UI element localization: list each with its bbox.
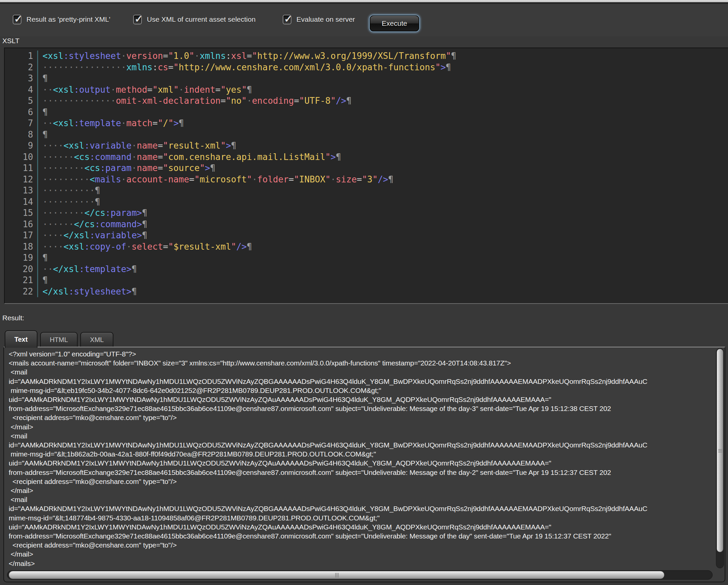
line-number: 2 <box>5 62 38 73</box>
code-line: 5··············omit-xml-declaration="no"… <box>5 95 728 107</box>
code-line: 1<xsl:stylesheet·version="1.0"·xmlns:xsl… <box>5 51 728 62</box>
code-line-content: ··</xsl:template>¶ <box>43 264 137 274</box>
checkmark-icon: ✓ <box>284 13 292 25</box>
code-line-content: ··<xsl:template·match="/">¶ <box>43 118 184 128</box>
code-line-content: ¶ <box>43 253 48 263</box>
code-line: 3¶ <box>5 73 728 84</box>
code-line-content: ······<cs:command·name="com.censhare.api… <box>43 152 341 162</box>
code-line-content: ··············omit-xml-declaration="no"·… <box>43 96 352 106</box>
line-number: 8 <box>5 129 38 141</box>
code-line-content: ········<cs:param·name="source">¶ <box>43 163 215 173</box>
line-number: 1 <box>5 51 38 62</box>
code-line: 8¶ <box>5 129 728 141</box>
code-line: 4··<xsl:output·method="xml"·indent="yes"… <box>5 84 728 96</box>
code-line-content: ¶ <box>43 107 48 117</box>
checkbox-group: ✓Use XML of current asset selection <box>133 14 256 25</box>
code-line-content: ················xmlns:cs="http://www.cen… <box>43 62 451 72</box>
code-line-content: ····<xsl:copy-of·select="$result-xml"/>¶ <box>43 241 252 252</box>
result-output-panel[interactable]: <?xml version="1.0" encoding="UTF-8"?> <… <box>3 347 725 582</box>
code-line: 12·········<mails·account-name="microsof… <box>5 174 728 185</box>
execute-button[interactable]: Execute <box>370 16 419 31</box>
scrollbar-grip-icon <box>718 451 722 451</box>
checkbox-label: Evaluate on server <box>296 16 355 23</box>
result-tabs: TextHTMLXML <box>5 330 116 348</box>
code-line-content: ······</cs:command>¶ <box>43 219 147 229</box>
line-number: 17 <box>5 230 38 241</box>
line-number: 18 <box>5 241 38 253</box>
checkmark-icon: ✓ <box>14 13 22 25</box>
toolbar: ✓Result as 'pretty-print XML'✓Use XML of… <box>0 4 728 36</box>
code-line-content: ¶ <box>43 275 48 285</box>
code-line-content: ¶ <box>43 129 48 139</box>
tab-text[interactable]: Text <box>5 330 37 348</box>
checkbox-group: ✓Evaluate on server <box>283 14 355 25</box>
checkbox-group: ✓Result as 'pretty-print XML' <box>13 14 110 25</box>
code-line: 6¶ <box>5 107 728 118</box>
result-label: Result: <box>2 314 24 322</box>
line-number: 15 <box>5 207 38 219</box>
xslt-editor-label: XSLT <box>2 37 19 45</box>
result-output-text: <?xml version="1.0" encoding="UTF-8"?> <… <box>9 349 725 568</box>
code-line: 2················xmlns:cs="http://www.ce… <box>5 62 728 73</box>
checkmark-icon: ✓ <box>134 13 143 25</box>
scrollbar-grip-icon <box>337 573 337 578</box>
line-number: 11 <box>5 163 38 174</box>
line-number: 12 <box>5 174 38 185</box>
code-line-content: ········</cs:param>¶ <box>43 208 147 218</box>
line-number: 5 <box>5 95 38 107</box>
xslt-editor[interactable]: 1<xsl:stylesheet·version="1.0"·xmlns:xsl… <box>4 48 728 304</box>
line-number: 20 <box>5 264 38 275</box>
line-number: 4 <box>5 84 38 96</box>
line-number: 14 <box>5 197 38 208</box>
code-line: 16······</cs:command>¶ <box>5 219 728 230</box>
line-number: 19 <box>5 252 38 264</box>
line-number: 7 <box>5 118 38 129</box>
code-line: 7··<xsl:template·match="/">¶ <box>5 118 728 129</box>
line-number: 9 <box>5 140 38 152</box>
code-line: 17····</xsl:variable>¶ <box>5 230 728 241</box>
checkbox-label: Use XML of current asset selection <box>147 16 256 23</box>
code-line-content: </xsl:stylesheet>¶ <box>43 286 137 297</box>
checkbox[interactable]: ✓ <box>13 15 21 24</box>
checkbox-label: Result as 'pretty-print XML' <box>26 16 110 23</box>
code-line: 14··········¶ <box>5 197 728 208</box>
code-line-content: ····</xsl:variable>¶ <box>43 230 147 240</box>
code-line: 19¶ <box>5 252 728 264</box>
line-number: 16 <box>5 219 38 230</box>
code-line-content: ·········<mails·account-name="microsoft"… <box>43 174 393 184</box>
code-line: 21¶ <box>5 275 728 286</box>
checkbox[interactable]: ✓ <box>283 15 291 24</box>
code-line-content: ··<xsl:output·method="xml"·indent="yes"¶ <box>43 85 252 95</box>
line-number: 13 <box>5 185 38 197</box>
line-number: 22 <box>5 286 38 298</box>
checkbox[interactable]: ✓ <box>133 15 142 24</box>
code-line-content: ¶ <box>43 73 48 83</box>
code-line: 18····<xsl:copy-of·select="$result-xml"/… <box>5 241 728 253</box>
line-number: 3 <box>5 73 38 84</box>
vertical-scrollbar-thumb[interactable] <box>717 349 723 552</box>
line-number: 6 <box>5 107 38 118</box>
tab-xml[interactable]: XML <box>80 332 113 347</box>
code-line: 11········<cs:param·name="source">¶ <box>5 163 728 174</box>
vertical-scrollbar[interactable] <box>716 348 724 568</box>
horizontal-scrollbar-thumb[interactable] <box>9 571 665 579</box>
code-line: 10······<cs:command·name="com.censhare.a… <box>5 152 728 163</box>
line-number: 21 <box>5 275 38 286</box>
code-line: 9····<xsl:variable·name="result-xml">¶ <box>5 140 728 152</box>
code-line-content: ··········¶ <box>43 197 100 207</box>
horizontal-scrollbar[interactable] <box>7 570 712 580</box>
code-line: 22</xsl:stylesheet>¶ <box>5 286 728 298</box>
code-line: 13··········¶ <box>5 185 728 197</box>
line-number: 10 <box>5 152 38 163</box>
code-line-content: <xsl:stylesheet·version="1.0"·xmlns:xsl=… <box>43 51 456 61</box>
window-top-strip <box>0 0 728 3</box>
code-line: 20··</xsl:template>¶ <box>5 264 728 275</box>
code-line: 15········</cs:param>¶ <box>5 207 728 219</box>
tab-html[interactable]: HTML <box>40 332 78 347</box>
code-line-content: ····<xsl:variable·name="result-xml">¶ <box>43 141 236 151</box>
code-line-content: ··········¶ <box>43 185 100 196</box>
